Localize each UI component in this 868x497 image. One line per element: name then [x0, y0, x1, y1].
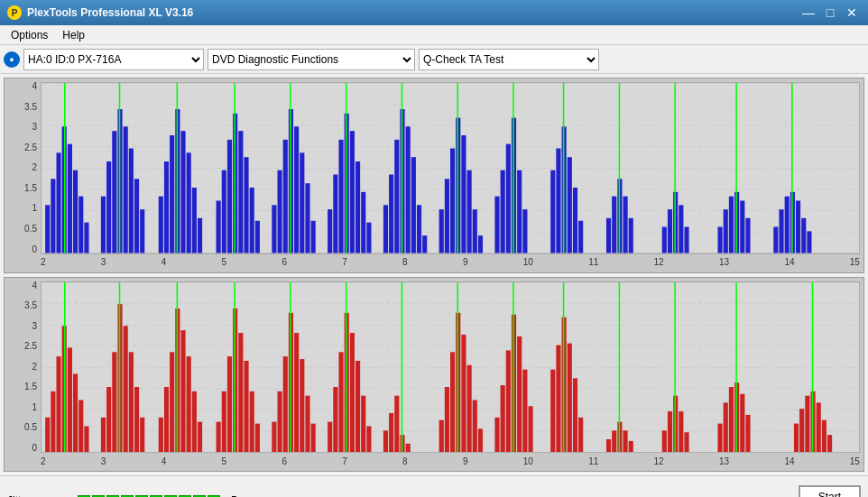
- svg-rect-38: [227, 140, 232, 253]
- svg-rect-51: [305, 183, 309, 253]
- x-label-8: 8: [402, 257, 408, 267]
- svg-rect-31: [180, 131, 185, 253]
- bx-label-2: 2: [41, 456, 46, 466]
- menu-help[interactable]: Help: [55, 27, 92, 43]
- svg-rect-135: [68, 347, 72, 452]
- svg-rect-67: [406, 126, 411, 253]
- bx-label-15: 15: [850, 456, 860, 466]
- svg-rect-136: [73, 373, 78, 452]
- maximize-button[interactable]: □: [821, 5, 839, 21]
- svg-rect-146: [134, 387, 139, 453]
- drive-select[interactable]: HA:0 ID:0 PX-716A: [23, 49, 204, 70]
- jitter-row: Jitter: 5: [7, 494, 237, 498]
- svg-rect-167: [272, 421, 276, 452]
- svg-rect-19: [106, 161, 111, 253]
- svg-rect-86: [522, 209, 527, 253]
- svg-rect-138: [84, 426, 88, 452]
- svg-rect-79: [478, 235, 483, 253]
- svg-rect-22: [124, 126, 128, 253]
- svg-rect-204: [517, 336, 522, 452]
- bx-label-5: 5: [222, 456, 227, 466]
- svg-rect-92: [573, 188, 577, 253]
- bottom-panel: Jitter: 5 Peak Shift:: [0, 475, 868, 497]
- svg-rect-82: [501, 170, 505, 253]
- y-label-1: 1: [32, 204, 37, 213]
- svg-rect-150: [164, 387, 169, 453]
- bottom-chart-svg: [42, 282, 859, 453]
- svg-rect-235: [799, 409, 804, 452]
- bx-label-11: 11: [588, 456, 598, 466]
- svg-rect-61: [366, 223, 371, 253]
- main-content: 4 3.5 3 2.5 2 1.5 1 0.5 0: [0, 74, 868, 475]
- y-label-0: 0: [32, 245, 37, 254]
- title-bar: P PlexTools Professional XL V3.16 — □ ✕: [0, 0, 868, 25]
- svg-rect-153: [180, 330, 185, 452]
- svg-rect-208: [550, 369, 555, 452]
- minimize-button[interactable]: —: [799, 5, 817, 21]
- svg-rect-189: [406, 443, 411, 452]
- svg-rect-141: [106, 387, 111, 453]
- svg-rect-169: [283, 356, 288, 452]
- y-label-3b: 3: [32, 322, 37, 331]
- x-label-12: 12: [654, 257, 664, 267]
- svg-rect-192: [445, 387, 449, 453]
- svg-rect-16: [84, 223, 88, 253]
- menu-bar: Options Help: [0, 25, 868, 45]
- bx-label-10: 10: [523, 456, 533, 466]
- svg-rect-70: [422, 235, 427, 253]
- svg-rect-74: [450, 149, 455, 253]
- svg-rect-27: [159, 197, 163, 253]
- svg-rect-89: [556, 149, 560, 253]
- svg-rect-156: [198, 421, 202, 452]
- svg-rect-76: [461, 135, 466, 253]
- bottom-chart: 4 3.5 3 2.5 2 1.5 1 0.5 0: [4, 277, 864, 473]
- svg-rect-151: [170, 352, 174, 452]
- svg-rect-114: [773, 227, 778, 253]
- svg-rect-52: [311, 221, 316, 253]
- svg-rect-96: [612, 197, 616, 253]
- svg-rect-181: [356, 361, 360, 453]
- bx-label-7: 7: [342, 456, 347, 466]
- svg-rect-131: [45, 417, 50, 452]
- metrics-section: Jitter: 5 Peak Shift:: [7, 494, 237, 498]
- svg-rect-176: [328, 421, 332, 452]
- y-label-15b: 1.5: [24, 382, 37, 391]
- svg-rect-144: [124, 326, 128, 452]
- svg-rect-202: [506, 350, 511, 452]
- svg-rect-50: [300, 152, 304, 253]
- y-label-25: 2.5: [24, 143, 37, 152]
- svg-rect-69: [417, 205, 421, 253]
- svg-rect-149: [159, 417, 163, 452]
- svg-rect-119: [801, 218, 806, 253]
- test-select[interactable]: Q-Check TA Test: [419, 49, 599, 70]
- svg-rect-164: [250, 391, 254, 452]
- function-select[interactable]: DVD Diagnostic Functions: [208, 49, 415, 70]
- svg-rect-72: [439, 209, 444, 253]
- svg-rect-221: [662, 430, 667, 452]
- close-button[interactable]: ✕: [843, 5, 861, 21]
- svg-rect-197: [473, 400, 477, 452]
- svg-rect-232: [745, 414, 750, 452]
- svg-rect-216: [612, 430, 616, 452]
- svg-rect-9: [45, 205, 50, 253]
- svg-rect-78: [473, 209, 477, 253]
- svg-rect-160: [227, 356, 232, 452]
- svg-rect-108: [724, 209, 728, 253]
- svg-rect-65: [394, 140, 399, 253]
- bx-label-8: 8: [402, 456, 408, 466]
- bottom-chart-inner: [41, 281, 860, 454]
- svg-rect-41: [244, 157, 248, 253]
- drive-icon: ●: [4, 51, 20, 68]
- svg-rect-88: [550, 170, 555, 253]
- start-button[interactable]: Start: [799, 485, 861, 498]
- svg-rect-224: [679, 411, 683, 452]
- bx-label-6: 6: [282, 456, 287, 466]
- svg-rect-36: [217, 201, 221, 253]
- svg-rect-91: [568, 157, 572, 253]
- svg-rect-228: [724, 402, 728, 452]
- menu-options[interactable]: Options: [4, 27, 55, 43]
- svg-rect-116: [785, 197, 790, 253]
- svg-rect-183: [366, 426, 371, 452]
- y-label-3: 3: [32, 123, 37, 132]
- svg-rect-168: [278, 391, 282, 452]
